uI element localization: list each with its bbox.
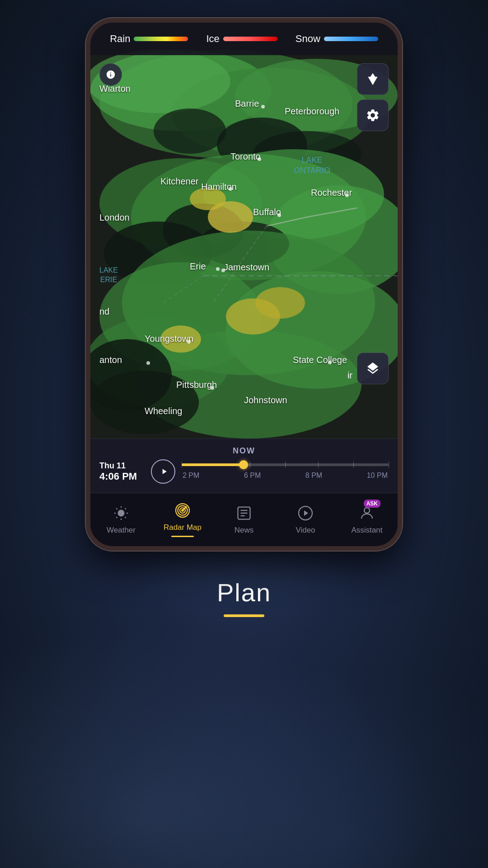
tick-2 <box>285 462 286 468</box>
bottom-section: Plan <box>217 578 271 617</box>
svg-point-8 <box>154 108 226 154</box>
plan-underline <box>224 614 264 617</box>
volume-button <box>398 167 402 231</box>
snow-label: Snow <box>296 33 320 45</box>
tick-start <box>182 462 182 468</box>
dot-jamestown <box>221 269 225 272</box>
ir-label: ir <box>347 370 352 381</box>
dot-youngstown <box>187 340 191 344</box>
dot-erie <box>216 267 220 271</box>
time-display: Thu 11 4:06 PM <box>99 461 145 482</box>
ask-badge: ASK <box>364 500 380 508</box>
dot-statecollege <box>328 361 332 364</box>
legend-bar: Rain Ice Snow <box>90 23 398 55</box>
timeline-track <box>182 463 389 466</box>
timeline-slider[interactable]: 2 PM 6 PM 8 PM 10 PM <box>182 463 389 480</box>
svg-point-34 <box>181 509 184 512</box>
tick-label-8pm: 8 PM <box>305 472 322 480</box>
tick-label-2pm: 2 PM <box>183 472 199 480</box>
video-nav-label: Video <box>296 526 315 535</box>
timeline-thumb[interactable] <box>239 460 248 469</box>
rain-gradient <box>134 37 188 41</box>
nav-item-news[interactable]: News <box>221 503 267 535</box>
bottom-navigation: Weather Radar Map <box>90 493 398 546</box>
dot-toronto <box>258 157 261 161</box>
layers-button[interactable] <box>357 353 389 384</box>
svg-point-27 <box>90 371 199 434</box>
dot-barrie <box>261 105 265 108</box>
timeline-progress <box>182 463 244 466</box>
time-date: Thu 11 <box>99 461 126 471</box>
radar-nav-label: Radar Map <box>164 523 202 532</box>
snow-legend: Snow <box>296 33 378 45</box>
assistant-nav-label: Assistant <box>352 526 383 535</box>
info-button[interactable] <box>99 63 122 86</box>
play-button[interactable] <box>151 459 175 484</box>
phone-screen: Rain Ice Snow <box>90 23 398 546</box>
assistant-icon-wrapper: ASK <box>357 503 377 523</box>
rain-label: Rain <box>110 33 130 45</box>
rain-legend: Rain <box>110 33 188 45</box>
news-nav-label: News <box>235 526 254 535</box>
location-button[interactable] <box>357 63 389 95</box>
svg-point-30 <box>118 509 125 516</box>
nav-item-weather[interactable]: Weather <box>99 503 144 535</box>
tick-label-6pm: 6 PM <box>244 472 261 480</box>
weather-icon <box>111 503 131 523</box>
dot-hamilton <box>229 187 232 191</box>
timeline-bar: NOW Thu 11 4:06 PM <box>90 439 398 493</box>
tick-label-10pm: 10 PM <box>367 472 388 480</box>
svg-point-24 <box>255 287 305 319</box>
snow-gradient <box>324 37 378 41</box>
news-icon <box>234 503 254 523</box>
dot-rochester <box>345 193 349 197</box>
radar-icon <box>173 500 192 520</box>
nav-item-video[interactable]: Video <box>283 503 328 535</box>
nav-item-radar[interactable]: Radar Map <box>160 500 205 537</box>
tick-4 <box>353 462 354 468</box>
timeline-time-labels: 2 PM 6 PM 8 PM 10 PM <box>182 472 389 480</box>
radar-map[interactable]: Wiarton Barrie Peterborough Toronto LAKE… <box>90 23 398 439</box>
weather-nav-label: Weather <box>107 526 136 535</box>
time-clock: 4:06 PM <box>99 471 137 482</box>
svg-point-23 <box>160 326 201 353</box>
ice-gradient <box>223 37 277 41</box>
phone-frame: Rain Ice Snow <box>86 18 402 551</box>
active-indicator <box>171 536 194 537</box>
now-label: NOW <box>99 446 389 456</box>
power-button <box>398 113 402 149</box>
ice-label: Ice <box>206 33 219 45</box>
svg-point-25 <box>190 188 226 210</box>
ice-legend: Ice <box>206 33 277 45</box>
video-icon <box>296 503 315 523</box>
tick-1 <box>250 462 250 468</box>
dot-anton <box>146 361 150 365</box>
settings-button[interactable] <box>357 99 389 131</box>
map-controls <box>357 63 389 131</box>
tick-3 <box>318 462 319 468</box>
timeline-controls: Thu 11 4:06 PM <box>99 459 389 484</box>
dot-pittsburgh <box>211 386 214 390</box>
tick-end <box>389 462 389 468</box>
plan-title: Plan <box>217 578 271 607</box>
svg-point-40 <box>364 508 370 513</box>
dot-buffalo <box>277 213 281 217</box>
nav-item-assistant[interactable]: ASK Assistant <box>344 503 389 535</box>
